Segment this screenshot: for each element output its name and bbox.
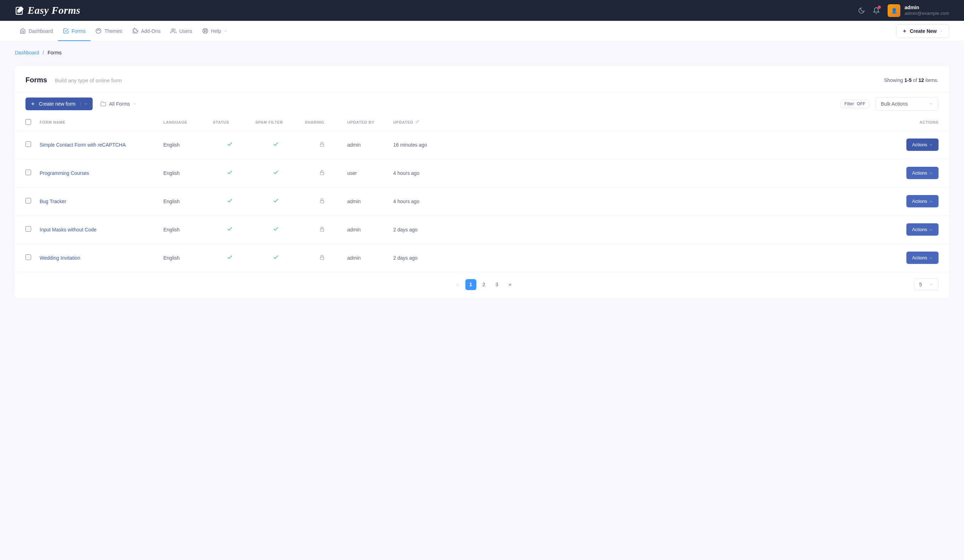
forms-card: Forms Build any type of online form Show… (15, 66, 949, 298)
svg-point-7 (204, 30, 206, 32)
nav-add-ons[interactable]: Add-Ons (127, 21, 166, 41)
cell-status (208, 187, 251, 216)
svg-line-10 (206, 29, 207, 30)
cell-status (208, 216, 251, 244)
cell-updated-by: admin (343, 131, 389, 159)
folder-icon (101, 101, 106, 107)
form-link[interactable]: Wedding Invitation (40, 255, 80, 261)
row-actions-button[interactable]: Actions (906, 167, 938, 179)
nav-themes[interactable]: Themes (91, 21, 127, 41)
create-form-label: Create new form (39, 101, 75, 107)
cell-spam (251, 244, 301, 272)
svg-rect-20 (320, 257, 324, 259)
cell-sharing (301, 159, 343, 187)
form-link[interactable]: Bug Tracker (40, 198, 66, 204)
select-all-checkbox[interactable] (26, 119, 31, 125)
check-icon (227, 254, 233, 260)
folder-filter[interactable]: All Forms (101, 101, 136, 107)
filter-toggle[interactable]: Filter OFF (840, 100, 869, 108)
svg-point-5 (172, 29, 174, 31)
cell-sharing (301, 244, 343, 272)
cell-updated: 2 days ago (389, 216, 449, 244)
pager-page-1[interactable]: 1 (466, 279, 476, 290)
cell-status (208, 131, 251, 159)
nav-left: DashboardFormsThemesAdd-OnsUsersHelp (15, 21, 232, 41)
avatar: 👤 (887, 4, 900, 17)
row-checkbox[interactable] (26, 170, 31, 175)
cell-language: English (159, 131, 208, 159)
card-title-group: Forms Build any type of online form (26, 76, 122, 84)
notifications-button[interactable] (873, 7, 880, 14)
page-title: Forms (26, 76, 47, 84)
brand-name: Easy Forms (28, 5, 80, 16)
lock-icon (319, 254, 325, 260)
form-link[interactable]: Input Masks without Code (40, 227, 96, 232)
col-status[interactable]: Status (208, 114, 251, 131)
table-row: Bug TrackerEnglishadmin4 hours agoAction… (15, 187, 949, 216)
col-sharing[interactable]: Sharing (301, 114, 343, 131)
check-square-icon (63, 28, 69, 34)
chevron-down-icon (133, 102, 137, 106)
create-new-button[interactable]: Create New (896, 24, 949, 38)
cell-updated: 4 hours ago (389, 187, 449, 216)
col-spam[interactable]: Spam Filter (251, 114, 301, 131)
puzzle-icon (132, 28, 138, 34)
pager-next[interactable]: » (505, 279, 516, 290)
page-size-select[interactable]: 5 (914, 278, 938, 291)
user-menu[interactable]: 👤 admin admin@example.com (887, 4, 949, 17)
results-summary: Showing 1-5 of 12 items. (884, 77, 938, 83)
cell-sharing (301, 131, 343, 159)
nav-help[interactable]: Help (197, 21, 233, 41)
brand: Easy Forms (15, 5, 80, 16)
nav-forms[interactable]: Forms (58, 21, 91, 41)
row-actions-button[interactable]: Actions (906, 138, 938, 151)
nav-dashboard[interactable]: Dashboard (15, 21, 58, 41)
chevron-down-icon (84, 102, 88, 106)
col-language[interactable]: Language (159, 114, 208, 131)
check-icon (273, 198, 279, 204)
user-name: admin (905, 5, 949, 11)
chevron-down-icon (224, 29, 227, 33)
pager-prev[interactable]: « (452, 279, 463, 290)
pager-page-3[interactable]: 3 (492, 279, 503, 290)
bulk-actions-select[interactable]: Bulk Actions (876, 97, 938, 110)
header-right: 👤 admin admin@example.com (858, 4, 949, 17)
page-subtitle: Build any type of online form (55, 77, 122, 83)
lock-icon (319, 141, 325, 147)
user-email: admin@example.com (905, 11, 949, 16)
main-nav: DashboardFormsThemesAdd-OnsUsersHelp Cre… (0, 21, 964, 41)
nav-users[interactable]: Users (166, 21, 197, 41)
breadcrumb-dashboard[interactable]: Dashboard (15, 50, 39, 55)
row-actions-button[interactable]: Actions (906, 223, 938, 236)
col-name[interactable]: Form Name (35, 114, 159, 131)
pager-page-2[interactable]: 2 (479, 279, 489, 290)
form-link[interactable]: Programming Courses (40, 170, 89, 176)
col-updated-by[interactable]: Updated By (343, 114, 389, 131)
row-checkbox[interactable] (26, 198, 31, 203)
users-icon (171, 28, 176, 34)
col-updated[interactable]: Updated (389, 114, 449, 131)
cell-spam (251, 131, 301, 159)
toolbar: Create new form All Forms Filter OFF (15, 93, 949, 114)
cell-status (208, 244, 251, 272)
lock-icon (319, 170, 325, 175)
row-checkbox[interactable] (26, 254, 31, 260)
row-actions-button[interactable]: Actions (906, 195, 938, 208)
theme-toggle[interactable] (858, 7, 865, 14)
form-link[interactable]: Simple Contact Form with reCAPTCHA (40, 142, 126, 148)
row-actions-button[interactable]: Actions (906, 252, 938, 264)
svg-point-1 (96, 28, 101, 33)
lock-icon (319, 226, 325, 232)
check-icon (273, 169, 279, 175)
create-form-button[interactable]: Create new form (26, 97, 93, 110)
create-form-dropdown[interactable] (80, 102, 88, 106)
svg-rect-16 (320, 144, 324, 146)
cell-sharing (301, 216, 343, 244)
main-content: Dashboard / Forms Forms Build any type o… (0, 41, 964, 312)
moon-icon (858, 7, 865, 14)
table-row: Simple Contact Form with reCAPTCHAEnglis… (15, 131, 949, 159)
row-checkbox[interactable] (26, 226, 31, 232)
cell-updated-by: admin (343, 187, 389, 216)
pagination: «123» (452, 279, 516, 290)
row-checkbox[interactable] (26, 141, 31, 147)
